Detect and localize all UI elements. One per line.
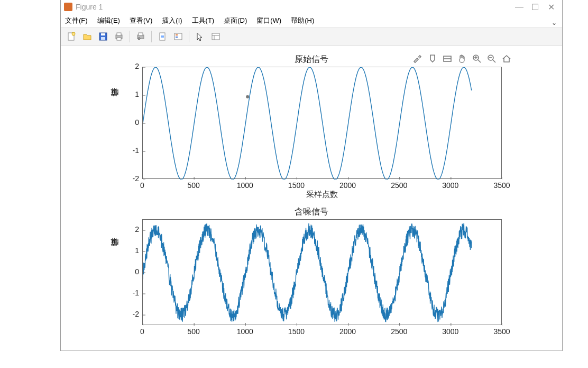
- svg-rect-16: [176, 37, 178, 38]
- zoom-in-icon: [472, 53, 482, 64]
- axes-home-button[interactable]: [501, 53, 512, 65]
- axes-box-1: [142, 67, 502, 179]
- menu-overflow-icon[interactable]: ⌄: [552, 19, 557, 26]
- menu-file[interactable]: 文件(F): [65, 16, 88, 25]
- axes-datatip-button[interactable]: [427, 53, 438, 65]
- toolbar: [61, 28, 562, 46]
- axes-noisy-signal[interactable]: 含噪信号 嘛值 -2-10120500100015002000250030003…: [111, 208, 512, 345]
- ytick: 1: [124, 90, 139, 98]
- xtick: 500: [187, 181, 199, 190]
- axes-toolbar: [412, 53, 512, 65]
- xtick: 0: [140, 327, 144, 336]
- svg-rect-8: [117, 38, 121, 40]
- curve-noisy: [143, 220, 502, 326]
- xtick: 1000: [237, 327, 253, 336]
- properties-icon: [211, 32, 221, 41]
- insert-legend-icon: [173, 32, 183, 41]
- open-button[interactable]: [80, 30, 95, 43]
- link-plot-button[interactable]: [155, 30, 170, 43]
- zoom-out-icon: [486, 53, 497, 64]
- axes-zoom-out-button[interactable]: [486, 53, 498, 65]
- xtick: 1500: [288, 327, 305, 336]
- menu-window[interactable]: 窗口(W): [256, 16, 281, 25]
- xtick: 500: [187, 327, 199, 336]
- menu-view[interactable]: 查看(V): [130, 16, 152, 25]
- ytick: -2: [124, 310, 139, 318]
- edit-plot-button[interactable]: [192, 30, 207, 43]
- axes-title-1: 原始信号: [295, 54, 328, 65]
- axes-zoom-in-button[interactable]: [471, 53, 483, 65]
- axes-box-2: [142, 219, 502, 325]
- axes-xlabel-1: 采样点数: [142, 190, 502, 200]
- menu-insert[interactable]: 插入(I): [162, 16, 182, 25]
- xtick: 2000: [339, 181, 356, 190]
- xtick: 3500: [493, 327, 510, 336]
- axes-title-2: 含噪信号: [295, 207, 328, 218]
- ytick: -2: [124, 174, 139, 183]
- svg-point-2: [72, 32, 75, 35]
- new-figure-icon: [67, 32, 76, 41]
- axes-brush-button[interactable]: [412, 53, 424, 65]
- menu-desktop[interactable]: 桌面(D): [224, 16, 247, 25]
- xtick: 2500: [391, 327, 407, 336]
- open-folder-icon: [82, 32, 92, 41]
- insert-legend-button[interactable]: [171, 30, 186, 43]
- ytick: 1: [124, 246, 139, 255]
- ytick: 0: [124, 267, 139, 276]
- pan-hand-icon: [457, 53, 467, 64]
- ytick: 2: [124, 62, 139, 70]
- minimize-button[interactable]: —: [511, 2, 527, 12]
- window-title: Figure 1: [76, 3, 103, 11]
- menu-tools[interactable]: 工具(T): [192, 16, 215, 25]
- titlebar: Figure 1 — ☐ ✕: [61, 0, 562, 14]
- ytick: -1: [124, 146, 139, 155]
- ytick: 2: [124, 225, 139, 234]
- xtick: 2000: [339, 327, 356, 336]
- svg-rect-5: [101, 37, 105, 40]
- home-icon: [501, 53, 512, 64]
- cursor-icon: [195, 32, 205, 41]
- svg-rect-13: [161, 35, 164, 38]
- menu-help[interactable]: 帮助(H): [291, 16, 314, 25]
- brush-icon: [412, 53, 423, 64]
- axes-pan-button[interactable]: [456, 53, 468, 65]
- axes-rotate-button[interactable]: [442, 53, 453, 65]
- svg-rect-7: [117, 33, 121, 35]
- print-icon: [114, 32, 124, 41]
- print-button[interactable]: [112, 30, 126, 43]
- svg-rect-17: [212, 33, 219, 40]
- svg-line-27: [493, 60, 495, 62]
- svg-rect-4: [101, 33, 105, 35]
- xtick: 3000: [442, 327, 458, 336]
- svg-rect-10: [139, 33, 143, 35]
- xtick: 1000: [237, 181, 253, 190]
- property-editor-button[interactable]: [208, 30, 223, 43]
- xtick: 2500: [391, 181, 407, 190]
- save-button[interactable]: [96, 30, 111, 43]
- save-icon: [98, 32, 108, 41]
- axes-clean-signal[interactable]: 原始信号 嘛值 采样点数 -2-101205001000150020002500…: [111, 55, 512, 198]
- rotate-icon: [442, 53, 453, 64]
- matlab-figure-icon: [64, 3, 72, 11]
- data-tip-icon: [427, 53, 438, 64]
- svg-rect-15: [176, 34, 178, 35]
- curve-clean: [143, 67, 502, 179]
- printer-icon: [136, 32, 145, 41]
- ytick: 0: [124, 118, 139, 127]
- maximize-button[interactable]: ☐: [527, 2, 543, 12]
- figure-window: Figure 1 — ☐ ✕ 文件(F) 编辑(E) 查看(V) 插入(I) 工…: [60, 0, 563, 351]
- print-preview-button[interactable]: [133, 30, 148, 43]
- xtick: 3000: [442, 181, 458, 190]
- ytick: -1: [124, 289, 139, 297]
- figure-area: 原始信号 嘛值 采样点数 -2-101205001000150020002500…: [61, 46, 562, 345]
- menubar: 文件(F) 编辑(E) 查看(V) 插入(I) 工具(T) 桌面(D) 窗口(W…: [61, 14, 562, 28]
- xtick: 0: [140, 181, 144, 190]
- xtick: 1500: [288, 181, 305, 190]
- svg-point-29: [246, 95, 249, 98]
- svg-line-23: [478, 60, 481, 62]
- linked-plot-icon: [158, 32, 167, 41]
- xtick: 3500: [493, 181, 510, 190]
- menu-edit[interactable]: 编辑(E): [97, 16, 120, 25]
- close-button[interactable]: ✕: [543, 2, 559, 12]
- new-figure-button[interactable]: [64, 30, 79, 43]
